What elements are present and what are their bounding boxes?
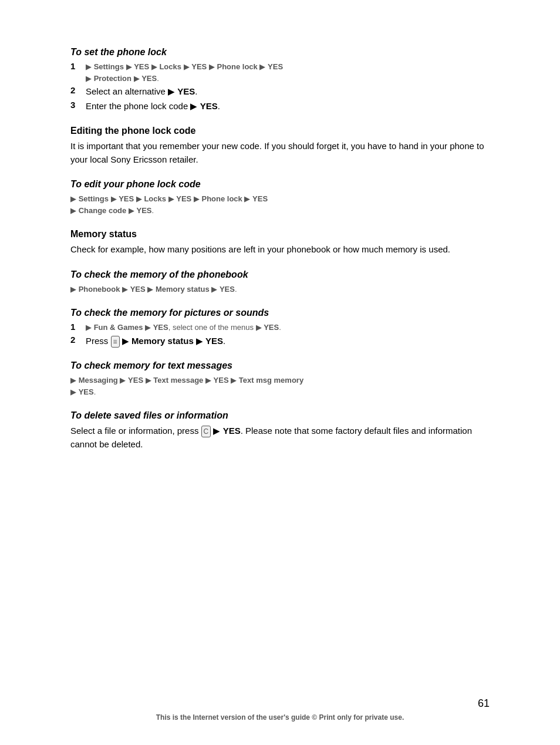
step-pictures-2: 2 Press ≡ ▶ Memory status ▶ YES. — [70, 335, 490, 348]
heading-check-memory-text: To check memory for text messages — [70, 360, 490, 371]
footer-text: This is the Internet version of the user… — [0, 713, 560, 722]
heading-edit-phone-lock-code: To edit your phone lock code — [70, 179, 490, 190]
section-check-memory-text: To check memory for text messages ▶ Mess… — [70, 360, 490, 397]
step-content-1: ▶ Settings ▶ YES ▶ Locks ▶ YES ▶ Phone l… — [86, 61, 283, 84]
step-content-pictures-2: Press ≡ ▶ Memory status ▶ YES. — [86, 335, 225, 348]
heading-delete-saved-files: To delete saved files or information — [70, 410, 490, 421]
heading-check-memory-phonebook: To check the memory of the phonebook — [70, 269, 490, 280]
step-2: 2 Select an alternative ▶ YES. — [70, 85, 490, 99]
page-number: 61 — [478, 697, 490, 710]
section-edit-phone-lock-code: To edit your phone lock code ▶ Settings … — [70, 179, 490, 216]
step-num-pictures-1: 1 — [70, 322, 83, 332]
section-memory-status: Memory status Check for example, how man… — [70, 229, 490, 257]
step-num-1: 1 — [70, 61, 83, 71]
menu-key-icon: ≡ — [111, 336, 120, 348]
body-memory-status: Check for example, how many positions ar… — [70, 243, 490, 257]
heading-check-memory-pictures: To check the memory for pictures or soun… — [70, 308, 490, 318]
steps-check-memory-pictures: 1 ▶ Fun & Games ▶ YES, select one of the… — [70, 322, 490, 348]
heading-memory-status: Memory status — [70, 229, 490, 240]
body-editing-phone-lock: It is important that you remember your n… — [70, 140, 490, 166]
lines-check-memory-phonebook: ▶ Phonebook ▶ YES ▶ Memory status ▶ YES. — [70, 284, 490, 295]
c-key-icon: C — [201, 426, 211, 437]
step-content-2: Select an alternative ▶ YES. — [86, 85, 197, 99]
step-num-3: 3 — [70, 100, 83, 110]
steps-set-phone-lock: 1 ▶ Settings ▶ YES ▶ Locks ▶ YES ▶ Phone… — [70, 61, 490, 113]
step-1: 1 ▶ Settings ▶ YES ▶ Locks ▶ YES ▶ Phone… — [70, 61, 490, 84]
step-content-3: Enter the phone lock code ▶ YES. — [86, 100, 220, 113]
heading-set-phone-lock: To set the phone lock — [70, 47, 490, 58]
body-delete-saved-files: Select a file or information, press C ▶ … — [70, 424, 490, 451]
section-check-memory-pictures: To check the memory for pictures or soun… — [70, 308, 490, 348]
section-check-memory-phonebook: To check the memory of the phonebook ▶ P… — [70, 269, 490, 295]
step-content-pictures-1: ▶ Fun & Games ▶ YES, select one of the m… — [86, 322, 281, 333]
section-set-phone-lock: To set the phone lock 1 ▶ Settings ▶ YES… — [70, 47, 490, 113]
heading-editing-phone-lock: Editing the phone lock code — [70, 126, 490, 136]
step-num-2: 2 — [70, 85, 83, 95]
step-pictures-1: 1 ▶ Fun & Games ▶ YES, select one of the… — [70, 322, 490, 333]
step-num-pictures-2: 2 — [70, 335, 83, 345]
lines-edit-phone-lock-code: ▶ Settings ▶ YES ▶ Locks ▶ YES ▶ Phone l… — [70, 193, 490, 216]
section-delete-saved-files: To delete saved files or information Sel… — [70, 410, 490, 451]
step-3: 3 Enter the phone lock code ▶ YES. — [70, 100, 490, 113]
lines-check-memory-text: ▶ Messaging ▶ YES ▶ Text message ▶ YES ▶… — [70, 375, 490, 397]
page-content: To set the phone lock 1 ▶ Settings ▶ YES… — [0, 0, 560, 511]
section-editing-phone-lock: Editing the phone lock code It is import… — [70, 126, 490, 166]
